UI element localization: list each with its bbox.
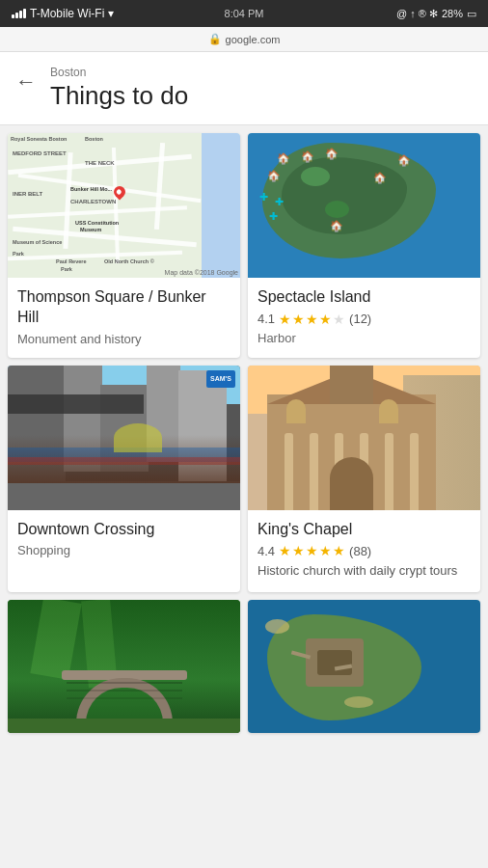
card-image-thompson: MEDFORD STREET THE NECK INER BELT Bunker…	[8, 133, 240, 278]
card-title-kings: King's Chapel	[258, 520, 471, 540]
card-image-kings	[248, 366, 480, 510]
stars-kings: ★ ★ ★ ★ ★	[279, 543, 345, 558]
poi-dot-5: ✚	[259, 191, 271, 203]
star-k2: ★	[292, 543, 305, 558]
poi-dot-9: 🏠	[373, 172, 385, 183]
signal-bars	[12, 9, 26, 18]
rating-value-spectacle: 4.1	[258, 312, 275, 326]
star-3: ★	[306, 312, 318, 327]
header: ← Boston Things to do	[0, 52, 488, 125]
url-label: google.com	[226, 34, 281, 45]
star-4: ★	[319, 312, 332, 327]
star-k3: ★	[306, 543, 318, 558]
status-extras: @ ↑ ® ✻	[396, 8, 438, 20]
park-canvas	[8, 600, 240, 733]
card-body-kings: King's Chapel 4.4 ★ ★ ★ ★ ★ (88) Histori…	[248, 510, 480, 592]
card-image-downtown: SAM'S	[8, 366, 240, 510]
fort-canvas	[248, 600, 480, 733]
stars-spectacle: ★ ★ ★ ★ ★	[279, 312, 345, 327]
card-park-bridge[interactable]	[8, 600, 240, 733]
poi-dot-2: 🏠	[301, 150, 312, 162]
star-5: ★	[333, 312, 345, 327]
poi-dot-10: 🏠	[397, 154, 409, 166]
map-copyright: Map data ©2018 Google	[165, 269, 238, 276]
poi-dot-6: ✚	[275, 196, 286, 207]
star-k5: ★	[333, 543, 345, 558]
card-description-kings: Historic church with daily crypt tours	[258, 562, 471, 580]
star-1: ★	[279, 312, 291, 327]
card-title-downtown: Downtown Crossing	[17, 520, 230, 540]
address-bar[interactable]: 🔒 google.com	[0, 27, 488, 52]
poi-dot-4: 🏠	[267, 170, 279, 181]
battery-icon: ▭	[467, 8, 476, 20]
church-canvas	[248, 366, 480, 510]
cards-grid: MEDFORD STREET THE NECK INER BELT Bunker…	[0, 125, 488, 741]
card-thompson-square[interactable]: MEDFORD STREET THE NECK INER BELT Bunker…	[8, 133, 240, 358]
rating-count-spectacle: (12)	[349, 312, 371, 326]
card-image-park	[8, 600, 240, 733]
battery-label: 28%	[442, 8, 463, 19]
street-ground	[8, 481, 240, 510]
back-button[interactable]: ←	[15, 71, 37, 93]
fort-inner	[317, 650, 352, 675]
card-image-spectacle: 🏠 🏠 🏠 🏠 ✚ ✚ ✚ 🏠 🏠 🏠	[248, 133, 480, 278]
card-title-spectacle: Spectacle Island	[258, 287, 471, 308]
carrier-label: T-Mobile Wi-Fi	[30, 7, 104, 20]
card-title-thompson: Thompson Square / Bunker Hill	[17, 287, 230, 328]
card-subtitle-thompson: Monument and history	[17, 332, 230, 346]
card-body-spectacle: Spectacle Island 4.1 ★ ★ ★ ★ ★ (12) Harb…	[248, 278, 480, 357]
card-downtown-crossing[interactable]: SAM'S Downtown Crossing Shopping	[8, 366, 240, 592]
street-canvas: SAM'S	[8, 366, 240, 510]
rating-row-spectacle: 4.1 ★ ★ ★ ★ ★ (12)	[258, 312, 471, 327]
island-canvas: 🏠 🏠 🏠 🏠 ✚ ✚ ✚ 🏠 🏠 🏠	[248, 133, 480, 278]
status-bar: T-Mobile Wi-Fi ▾ 8:04 PM @ ↑ ® ✻ 28% ▭	[0, 0, 488, 27]
card-spectacle-island[interactable]: 🏠 🏠 🏠 🏠 ✚ ✚ ✚ 🏠 🏠 🏠 Spectacle Island 4.1…	[248, 133, 480, 358]
status-time: 8:04 PM	[225, 8, 264, 19]
poi-dot-3: 🏠	[325, 148, 337, 159]
wifi-icon: ▾	[108, 7, 114, 20]
poi-dot-1: 🏠	[277, 152, 288, 164]
status-right: @ ↑ ® ✻ 28% ▭	[396, 8, 476, 20]
poi-dot-7: ✚	[269, 210, 281, 222]
card-subtitle-spectacle: Harbor	[258, 331, 471, 345]
card-fort-island[interactable]	[248, 600, 480, 733]
header-text: Boston Things to do	[50, 66, 188, 111]
rating-value-kings: 4.4	[258, 544, 275, 558]
breadcrumb: Boston	[50, 66, 188, 79]
card-image-fort	[248, 600, 480, 733]
star-k1: ★	[279, 543, 291, 558]
card-subtitle-downtown: Shopping	[17, 543, 230, 557]
card-body-downtown: Downtown Crossing Shopping	[8, 510, 240, 570]
poi-dot-8: 🏠	[330, 220, 341, 231]
page-title: Things to do	[50, 81, 188, 111]
rating-row-kings: 4.4 ★ ★ ★ ★ ★ (88)	[258, 543, 471, 558]
card-body-thompson: Thompson Square / Bunker Hill Monument a…	[8, 278, 240, 358]
card-kings-chapel[interactable]: King's Chapel 4.4 ★ ★ ★ ★ ★ (88) Histori…	[248, 366, 480, 592]
star-k4: ★	[319, 543, 332, 558]
lock-icon: 🔒	[208, 33, 222, 45]
star-2: ★	[292, 312, 305, 327]
map-canvas: MEDFORD STREET THE NECK INER BELT Bunker…	[8, 133, 240, 278]
rating-count-kings: (88)	[349, 544, 371, 558]
status-left: T-Mobile Wi-Fi ▾	[12, 7, 114, 20]
